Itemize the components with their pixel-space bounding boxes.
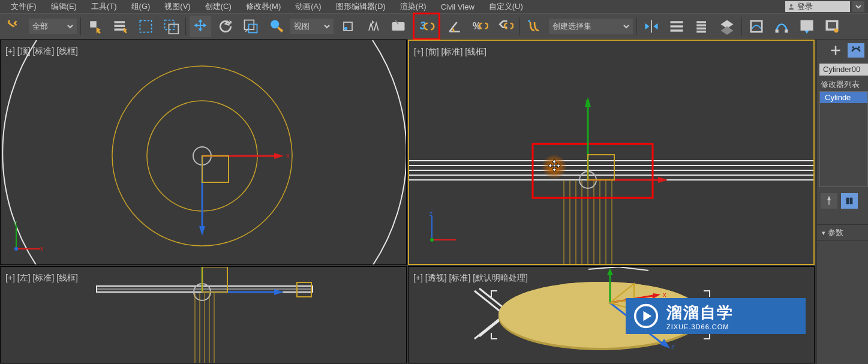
toolbar-divider xyxy=(741,17,742,35)
watermark-title: 溜溜自学 xyxy=(666,302,734,323)
svg-point-11 xyxy=(271,20,279,29)
svg-rect-19 xyxy=(671,25,683,28)
pivot-button[interactable] xyxy=(337,16,359,37)
menu-create[interactable]: 创建(C) xyxy=(198,1,239,12)
svg-rect-2 xyxy=(90,21,97,28)
svg-rect-22 xyxy=(696,25,706,27)
rectangular-region-button[interactable] xyxy=(135,16,157,37)
menu-graph[interactable]: 图形编辑器(D) xyxy=(329,1,393,12)
svg-point-0 xyxy=(790,4,792,7)
svg-point-32 xyxy=(834,29,839,33)
modifier-list-label: 修改器列表 xyxy=(817,78,868,91)
named-selection-dropdown[interactable]: 创建选择集 xyxy=(549,19,633,34)
viewport-perspective[interactable]: [+] [透视] [标准] [默认明暗处理] x z xyxy=(408,266,815,363)
toggle-ribbon-button[interactable] xyxy=(716,16,738,37)
svg-point-1 xyxy=(8,20,11,23)
play-icon xyxy=(633,303,659,329)
svg-rect-74 xyxy=(202,267,227,292)
viewport-top[interactable]: [+] [顶] [标准] [线框] x x y xyxy=(0,40,407,265)
svg-rect-6 xyxy=(140,20,151,32)
select-object-button[interactable] xyxy=(85,16,106,37)
keyboard-shortcut-button[interactable] xyxy=(388,16,409,37)
selection-filter-icon[interactable] xyxy=(4,16,25,37)
svg-marker-63 xyxy=(658,177,668,183)
move-button[interactable] xyxy=(190,16,211,37)
menu-customize[interactable]: 自定义(U) xyxy=(482,1,530,12)
viewport-front[interactable]: [+] [前] [标准] [线框] y xyxy=(408,40,815,265)
spinner-snap-button[interactable] xyxy=(494,16,516,37)
modify-tab-button[interactable] xyxy=(848,43,864,58)
menu-edit[interactable]: 编辑(E) xyxy=(44,1,84,12)
menu-views[interactable]: 视图(V) xyxy=(157,1,197,12)
svg-rect-31 xyxy=(828,22,836,29)
angle-snap-button[interactable] xyxy=(444,16,465,37)
svg-rect-94 xyxy=(846,198,849,204)
axis-z-label: z xyxy=(430,210,433,217)
menu-tools[interactable]: 工具(T) xyxy=(84,1,124,12)
modifier-stack-item[interactable]: Cylinde xyxy=(820,92,867,103)
svg-marker-39 xyxy=(199,226,205,236)
curve-editor-button[interactable] xyxy=(746,16,767,37)
rollout-label: 参数 xyxy=(828,227,843,238)
svg-point-92 xyxy=(852,46,854,48)
mirror-button[interactable] xyxy=(641,16,662,37)
svg-rect-75 xyxy=(297,282,311,297)
menu-render[interactable]: 渲染(R) xyxy=(393,1,434,12)
svg-marker-73 xyxy=(274,289,284,295)
pin-stack-button[interactable] xyxy=(821,193,837,209)
render-setup-button[interactable] xyxy=(821,16,843,37)
align-button[interactable] xyxy=(666,16,687,37)
window-crossing-button[interactable] xyxy=(160,16,182,37)
show-end-result-button[interactable] xyxy=(841,193,858,209)
layer-manager-button[interactable] xyxy=(691,16,713,37)
schematic-view-button[interactable] xyxy=(771,16,792,37)
menu-civil[interactable]: Civil View xyxy=(434,2,482,11)
select-by-name-button[interactable] xyxy=(110,16,131,37)
login-dropdown[interactable] xyxy=(852,1,864,12)
selection-filter-dropdown[interactable]: 全部 xyxy=(29,19,77,34)
toolbar-divider xyxy=(519,17,520,35)
rollout-parameters[interactable]: 参数 xyxy=(817,224,868,241)
menu-animation[interactable]: 动画(A) xyxy=(288,1,328,12)
login-label: 登录 xyxy=(797,1,813,12)
watermark-url: ZIXUE.3D66.COM xyxy=(666,323,734,330)
viewport-area: [+] [顶] [标准] [线框] x x y [+] [前] [标准] [线框… xyxy=(0,40,816,364)
object-name-input[interactable]: Cylinder00 xyxy=(819,64,868,76)
material-editor-button[interactable] xyxy=(796,16,818,37)
create-tab-button[interactable] xyxy=(827,43,844,58)
menu-file[interactable]: 文件(F) xyxy=(4,1,44,12)
watermark-banner: 溜溜自学 ZIXUE.3D66.COM xyxy=(626,298,806,334)
svg-rect-27 xyxy=(776,29,779,32)
toolbar-divider xyxy=(80,17,81,35)
menu-modifiers[interactable]: 修改器(M) xyxy=(239,1,289,12)
svg-point-67 xyxy=(430,238,434,242)
svg-point-17 xyxy=(528,20,531,23)
rotate-button[interactable] xyxy=(215,16,236,37)
svg-marker-87 xyxy=(607,268,613,275)
move-cursor-icon xyxy=(546,158,563,175)
svg-rect-64 xyxy=(588,155,614,180)
viewport-left[interactable]: [+] [左] [标准] [线框] xyxy=(0,266,407,363)
svg-rect-23 xyxy=(696,28,706,30)
svg-point-44 xyxy=(14,247,18,251)
scale-button[interactable] xyxy=(240,16,262,37)
svg-rect-40 xyxy=(202,156,229,182)
login-box[interactable]: 登录 xyxy=(785,1,850,12)
main-toolbar: 全部 视图 3 xyxy=(0,13,868,40)
axis-x-label: x xyxy=(663,291,666,298)
axis-z-label: z xyxy=(671,342,675,350)
percent-snap-button[interactable]: % xyxy=(469,16,491,37)
dropdown-label: 视图 xyxy=(294,21,310,32)
axis-y-label: y xyxy=(585,97,590,106)
placement-button[interactable] xyxy=(265,16,287,37)
menu-group[interactable]: 组(G) xyxy=(124,1,158,12)
svg-text:x: x xyxy=(286,152,290,159)
modifier-stack[interactable]: Cylinde xyxy=(819,91,868,187)
svg-rect-28 xyxy=(785,29,788,32)
edit-named-selection-button[interactable] xyxy=(524,16,545,37)
snaps-highlight-annotation: 3 xyxy=(413,13,440,40)
svg-rect-95 xyxy=(850,198,853,204)
snaps-toggle-button[interactable]: 3 xyxy=(416,16,437,37)
ref-coord-dropdown[interactable]: 视图 xyxy=(290,19,334,34)
manipulate-button[interactable] xyxy=(362,16,384,37)
